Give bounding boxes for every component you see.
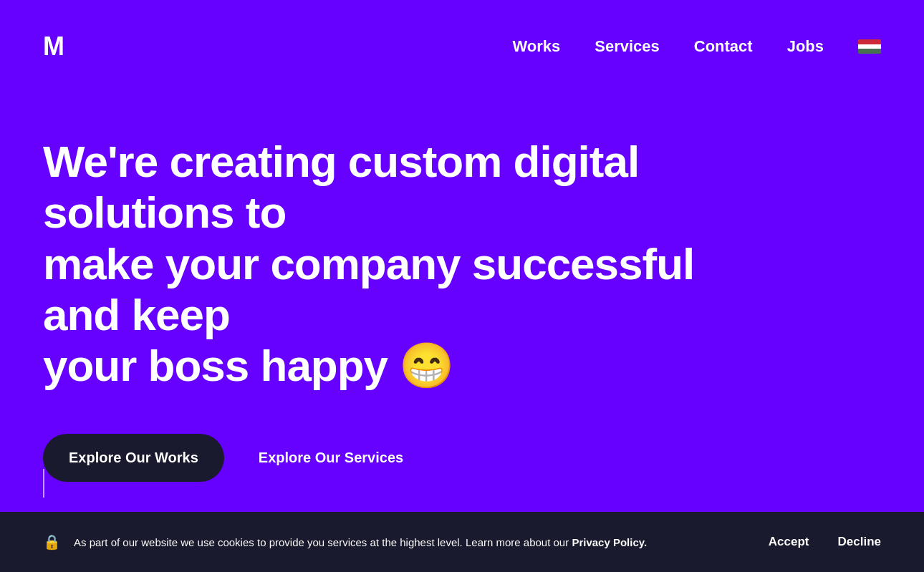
nav-link-works[interactable]: Works bbox=[512, 37, 560, 56]
nav-links: Works Services Contact Jobs bbox=[512, 37, 881, 56]
cookie-banner: 🔒 As part of our website we use cookies … bbox=[0, 512, 924, 572]
cookie-decline-button[interactable]: Decline bbox=[838, 535, 881, 549]
site-logo[interactable]: M bbox=[43, 31, 64, 62]
nav-link-contact[interactable]: Contact bbox=[694, 37, 753, 56]
nav-link-jobs[interactable]: Jobs bbox=[787, 37, 824, 56]
flag-stripe-red bbox=[858, 39, 881, 44]
explore-works-button[interactable]: Explore Our Works bbox=[43, 434, 224, 482]
hero-heading: We're creating custom digital solutions … bbox=[43, 136, 759, 391]
nav-link-services[interactable]: Services bbox=[595, 37, 660, 56]
cookie-left: 🔒 As part of our website we use cookies … bbox=[43, 533, 647, 551]
cookie-accept-button[interactable]: Accept bbox=[769, 535, 809, 549]
hero-heading-line2: make your company successful and keep bbox=[43, 239, 694, 339]
explore-services-link[interactable]: Explore Our Services bbox=[259, 450, 403, 466]
scroll-indicator bbox=[43, 469, 44, 498]
hero-heading-line1: We're creating custom digital solutions … bbox=[43, 137, 639, 237]
cookie-buttons: Accept Decline bbox=[769, 535, 881, 549]
navbar: M Works Services Contact Jobs bbox=[0, 0, 924, 93]
cookie-message: As part of our website we use cookies to… bbox=[74, 536, 572, 548]
hero-heading-line3: your boss happy bbox=[43, 341, 388, 390]
cookie-text: As part of our website we use cookies to… bbox=[74, 536, 647, 548]
hero-emoji: 😁 bbox=[399, 340, 453, 391]
hero-section: M Works Services Contact Jobs We're crea… bbox=[0, 0, 924, 512]
hero-buttons: Explore Our Works Explore Our Services bbox=[43, 434, 881, 482]
flag-stripe-green bbox=[858, 49, 881, 54]
language-flag[interactable] bbox=[858, 39, 881, 54]
flag-stripe-white bbox=[858, 44, 881, 49]
cookie-policy-link[interactable]: Privacy Policy. bbox=[572, 536, 647, 548]
lock-icon: 🔒 bbox=[43, 533, 61, 551]
hero-content: We're creating custom digital solutions … bbox=[0, 93, 924, 512]
